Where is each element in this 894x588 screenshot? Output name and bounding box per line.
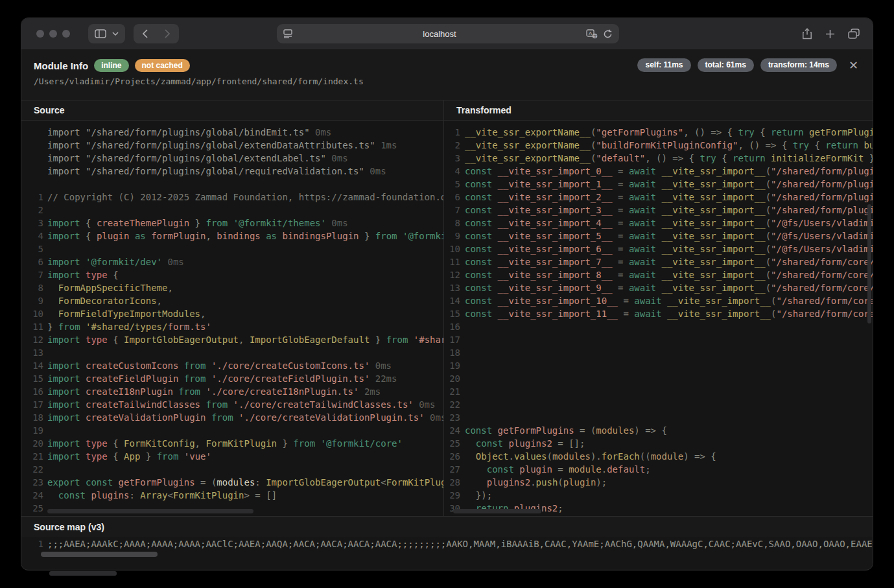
- code-token: __vite_ssr_import__: [661, 257, 765, 267]
- code-line: 21import type { App } from 'vue': [23, 450, 443, 463]
- code-line: 4const __vite_ssr_import_0__ = await __v…: [444, 165, 873, 178]
- forward-button[interactable]: [165, 29, 171, 38]
- new-tab-icon[interactable]: [825, 29, 835, 39]
- code-token: __vite_ssr_import_7__: [498, 257, 613, 267]
- code-token: }: [47, 322, 58, 332]
- code-token: "getFormPlugins": [596, 127, 683, 137]
- code-token: "/shared/form/core/createFieldPlugin.ts": [771, 270, 873, 280]
- code-token: );: [596, 477, 607, 488]
- tab-overview-icon[interactable]: [848, 29, 860, 39]
- line-number: [23, 165, 43, 178]
- code-line: 12const __vite_ssr_import_8__ = await __…: [444, 268, 873, 281]
- code-token: 22ms: [370, 373, 397, 384]
- share-icon[interactable]: [802, 28, 812, 40]
- code-token: import: [47, 270, 86, 280]
- code-text: } from '#shared/types/form.ts': [47, 320, 211, 333]
- code-token: =: [613, 179, 629, 189]
- line-number: 13: [444, 281, 460, 294]
- code-token: :: [129, 490, 140, 500]
- line-number: 3: [23, 217, 43, 229]
- translate-icon[interactable]: A文: [586, 29, 598, 39]
- code-text: import "/shared/form/plugins/global/exte…: [47, 152, 348, 165]
- code-token: import: [47, 335, 86, 345]
- code-token: =: [613, 231, 629, 241]
- code-text: FormFieldTypeImportModules,: [47, 307, 206, 320]
- code-text: ;;;AAEA;AAAkC;AAAA;AAAA;AAAA;AAClC;AAEA;…: [47, 537, 873, 550]
- chevron-down-icon[interactable]: [112, 32, 119, 36]
- sidebar-icon[interactable]: [95, 29, 106, 38]
- module-file-path: /Users/vladimir/Projects/zammad/app/fron…: [34, 76, 873, 86]
- code-token: FormDecoratorIcons: [47, 296, 157, 306]
- code-token: await: [629, 192, 662, 202]
- code-token: =: [613, 205, 629, 215]
- timing-transform-badge: transform: 14ms: [760, 58, 837, 72]
- code-token: await: [629, 218, 662, 228]
- code-token: {: [86, 218, 97, 228]
- source-panel-title: Source: [21, 100, 443, 121]
- code-line: 13: [23, 346, 443, 359]
- code-line: 11} from '#shared/types/form.ts': [23, 320, 443, 333]
- code-token: createValidationPlugin: [86, 412, 206, 423]
- code-line: 22: [444, 398, 873, 411]
- code-token: .: [530, 477, 535, 488]
- line-number: 2: [444, 139, 460, 152]
- line-number: 7: [444, 204, 460, 217]
- line-number: 4: [23, 229, 43, 242]
- code-token: "/@fs/Users/vladimir/Projects/zammad/nod…: [771, 218, 873, 228]
- line-number: 15: [444, 307, 460, 320]
- code-text: import type { ImportGlobEagerOutput, Imp…: [47, 333, 443, 346]
- code-token: =: [613, 166, 629, 176]
- code-line: 15const __vite_ssr_import_11__ = await _…: [444, 307, 873, 320]
- code-token: plugins2: [508, 438, 552, 449]
- source-horizontal-scrollbar[interactable]: [47, 509, 253, 513]
- code-token: const: [465, 438, 508, 449]
- window-zoom-button[interactable]: [62, 30, 70, 38]
- code-token: ;: [558, 503, 563, 513]
- url-text: localhost: [293, 29, 586, 39]
- code-text: // Copyright (C) 2012-2025 Zammad Founda…: [47, 191, 443, 204]
- line-number: 10: [444, 242, 460, 255]
- code-text: import "/shared/form/plugins/global/bind…: [47, 126, 331, 139]
- line-number: 18: [23, 411, 43, 424]
- code-token: ) => {: [634, 425, 667, 436]
- code-token: {: [716, 153, 733, 163]
- code-token: ,: [167, 283, 172, 293]
- code-token: __vite_ssr_import__: [661, 192, 765, 202]
- code-line: 5: [23, 242, 443, 255]
- transformed-panel-title: Transformed: [444, 100, 873, 121]
- code-token: (: [558, 477, 563, 488]
- code-text: import createFieldPlugin from './core/cr…: [47, 372, 397, 385]
- code-token: import: [47, 360, 86, 371]
- window-close-button[interactable]: [36, 30, 44, 38]
- back-button[interactable]: [142, 29, 148, 38]
- line-number: 16: [23, 385, 43, 398]
- transformed-vertical-scrollbar[interactable]: [867, 204, 871, 323]
- code-token: '#shared/types/: [86, 322, 167, 332]
- code-token: ,: [157, 296, 162, 306]
- code-token: __vite_ssr_import__: [661, 231, 765, 241]
- code-token: const: [465, 179, 498, 189]
- line-number: 24: [444, 424, 460, 437]
- window-minimize-button[interactable]: [49, 30, 57, 38]
- reload-icon[interactable]: [603, 29, 613, 39]
- code-token: '@formkit/core': [321, 438, 403, 449]
- code-token: App: [124, 451, 140, 462]
- address-bar[interactable]: localhost A文: [277, 24, 619, 43]
- transformed-horizontal-scrollbar[interactable]: [453, 509, 541, 513]
- code-text: __vite_ssr_exportName__("getFormPlugins"…: [465, 126, 873, 139]
- transformed-code: 1__vite_ssr_exportName__("getFormPlugins…: [444, 121, 873, 516]
- code-token: "/shared/form/plugins/global/extendLabel…: [771, 192, 873, 202]
- close-icon[interactable]: ✕: [849, 60, 858, 71]
- code-line: 1;;;AAEA;AAAkC;AAAA;AAAA;AAAA;AAClC;AAEA…: [23, 537, 873, 550]
- code-token: const: [47, 490, 91, 500]
- sourcemap-horizontal-scrollbar[interactable]: [41, 552, 158, 557]
- code-text: const __vite_ssr_import_10__ = await __v…: [465, 294, 873, 307]
- line-number: 9: [444, 229, 460, 242]
- code-text: const __vite_ssr_import_6__ = await __vi…: [465, 242, 873, 255]
- code-token: :: [255, 477, 266, 488]
- line-number: 8: [23, 281, 43, 294]
- code-token: (: [766, 166, 771, 176]
- line-number: 26: [444, 450, 460, 463]
- page-settings-icon[interactable]: [283, 29, 293, 38]
- code-token: {: [113, 335, 124, 345]
